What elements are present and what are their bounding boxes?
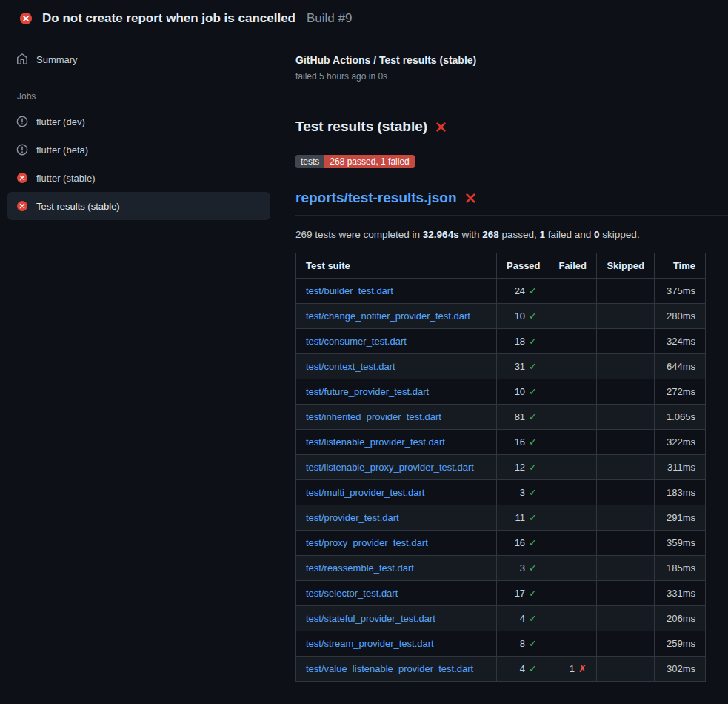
- cross-mark-icon: [465, 192, 477, 204]
- skipped-cell: [597, 430, 655, 455]
- check-run-output: GitHub Actions / Test results (stable) f…: [278, 35, 728, 682]
- skipped-cell: [597, 455, 655, 480]
- test-suite-link[interactable]: test/value_listenable_provider_test.dart: [306, 663, 473, 674]
- passed-count: 24: [515, 285, 525, 296]
- summary-text: passed,: [499, 229, 540, 240]
- sidebar-item-test-results-stable[interactable]: Test results (stable): [7, 192, 270, 220]
- check-icon: ✓: [529, 436, 537, 448]
- skipped-cell: [597, 405, 655, 430]
- test-suite-link[interactable]: test/change_notifier_provider_test.dart: [306, 311, 470, 322]
- table-row: test/inherited_provider_test.dart81✓1.06…: [296, 405, 706, 430]
- check-icon: ✓: [529, 462, 537, 473]
- test-suite-cell: test/stream_provider_test.dart: [296, 631, 497, 657]
- test-table-body: test/builder_test.dart24✓375mstest/chang…: [296, 279, 706, 682]
- sidebar-item-label: flutter (dev): [36, 116, 85, 127]
- test-summary-sentence: 269 tests were completed in 32.964s with…: [295, 229, 728, 240]
- failed-cell: [547, 631, 597, 657]
- test-suite-link[interactable]: test/builder_test.dart: [306, 285, 393, 296]
- test-suite-cell: test/stateful_provider_test.dart: [296, 606, 497, 631]
- test-suite-link[interactable]: test/stateful_provider_test.dart: [306, 613, 435, 624]
- test-suite-link[interactable]: test/inherited_provider_test.dart: [306, 411, 441, 422]
- test-suite-link[interactable]: test/stream_provider_test.dart: [306, 638, 434, 649]
- passed-count: 10: [515, 386, 525, 397]
- summary-text: 269 tests were completed in: [295, 229, 423, 240]
- test-suite-link[interactable]: test/provider_test.dart: [306, 512, 399, 523]
- check-icon: ✓: [529, 487, 537, 498]
- failed-cell: [547, 606, 597, 631]
- test-suite-link[interactable]: test/listenable_provider_test.dart: [306, 436, 445, 448]
- test-suite-cell: test/selector_test.dart: [296, 581, 497, 606]
- test-suite-link[interactable]: test/proxy_provider_test.dart: [306, 537, 428, 548]
- check-icon: ✓: [529, 512, 537, 523]
- check-icon: ✓: [529, 386, 537, 397]
- failed-cell: [547, 480, 597, 505]
- table-row: test/listenable_proxy_provider_test.dart…: [296, 455, 706, 480]
- skipped-cell: [597, 531, 655, 556]
- check-icon: ✓: [529, 411, 537, 422]
- test-suite-cell: test/provider_test.dart: [296, 505, 497, 531]
- check-icon: ✓: [529, 638, 537, 649]
- breadcrumb: GitHub Actions / Test results (stable): [295, 54, 728, 66]
- failed-cell: [547, 304, 597, 329]
- check-icon: ✓: [529, 311, 537, 322]
- time-cell: 324ms: [655, 329, 706, 354]
- time-cell: 302ms: [655, 657, 706, 682]
- check-icon: ✓: [529, 588, 537, 599]
- run-meta: failed 5 hours ago in 0s: [295, 71, 728, 82]
- skipped-cell: [597, 480, 655, 505]
- passed-count: 8: [520, 638, 525, 649]
- sidebar-item-summary[interactable]: Summary: [7, 45, 270, 73]
- passed-cell: 3✓: [497, 480, 547, 505]
- failed-cell: [547, 531, 597, 556]
- test-suite-link[interactable]: test/context_test.dart: [306, 361, 395, 372]
- table-row: test/listenable_provider_test.dart16✓322…: [296, 430, 706, 455]
- report-file-link[interactable]: reports/test-results.json: [295, 190, 457, 206]
- table-row: test/stateful_provider_test.dart4✓206ms: [296, 606, 706, 631]
- failed-cell: 1✗: [547, 657, 597, 682]
- check-run-header: Do not create report when job is cancell…: [0, 0, 728, 35]
- passed-count: 18: [515, 336, 525, 347]
- passed-cell: 10✓: [497, 379, 547, 405]
- sidebar-item-flutter-beta[interactable]: flutter (beta): [7, 136, 270, 164]
- skipped-cell: [597, 657, 655, 682]
- test-suite-link[interactable]: test/listenable_proxy_provider_test.dart: [306, 462, 474, 473]
- time-cell: 185ms: [655, 556, 706, 581]
- test-suite-cell: test/builder_test.dart: [296, 279, 497, 304]
- skipped-cell: [597, 606, 655, 631]
- table-row: test/provider_test.dart11✓291ms: [296, 505, 706, 531]
- time-cell: 359ms: [655, 531, 706, 556]
- sidebar-item-flutter-dev[interactable]: flutter (dev): [7, 107, 270, 136]
- passed-cell: 10✓: [497, 304, 547, 329]
- summary-text: skipped.: [600, 229, 640, 240]
- test-suite-cell: test/proxy_provider_test.dart: [296, 531, 497, 556]
- test-suite-link[interactable]: test/consumer_test.dart: [306, 336, 407, 347]
- test-suite-link[interactable]: test/multi_provider_test.dart: [306, 487, 424, 498]
- section-title-row: Test results (stable): [295, 119, 728, 135]
- check-icon: ✓: [529, 336, 537, 347]
- table-row: test/stream_provider_test.dart8✓259ms: [296, 631, 706, 657]
- badge-label: tests: [295, 155, 324, 168]
- sidebar-item-flutter-stable[interactable]: flutter (stable): [7, 164, 270, 192]
- test-suite-link[interactable]: test/selector_test.dart: [306, 588, 398, 599]
- build-number: Build #9: [307, 11, 352, 26]
- table-row: test/context_test.dart31✓644ms: [296, 354, 706, 379]
- passed-cell: 81✓: [497, 405, 547, 430]
- passed-cell: 12✓: [497, 455, 547, 480]
- check-icon: ✓: [529, 361, 537, 372]
- check-icon: ✓: [529, 537, 537, 548]
- badge-value: 268 passed, 1 failed: [324, 155, 414, 168]
- skipped-cell: [597, 329, 655, 354]
- test-suite-link[interactable]: test/future_provider_test.dart: [306, 386, 429, 397]
- col-header-test-suite: Test suite: [296, 253, 497, 279]
- time-cell: 259ms: [655, 631, 706, 657]
- test-suite-cell: test/listenable_provider_test.dart: [296, 430, 497, 455]
- test-suite-cell: test/consumer_test.dart: [296, 329, 497, 354]
- test-suite-cell: test/listenable_proxy_provider_test.dart: [296, 455, 497, 480]
- passed-cell: 16✓: [497, 531, 547, 556]
- check-icon: ✓: [529, 285, 537, 296]
- passed-cell: 17✓: [497, 581, 547, 606]
- failed-cell: [547, 279, 597, 304]
- test-suite-link[interactable]: test/reassemble_test.dart: [306, 562, 414, 574]
- passed-count: 16: [515, 537, 525, 548]
- passed-cell: 3✓: [497, 556, 547, 581]
